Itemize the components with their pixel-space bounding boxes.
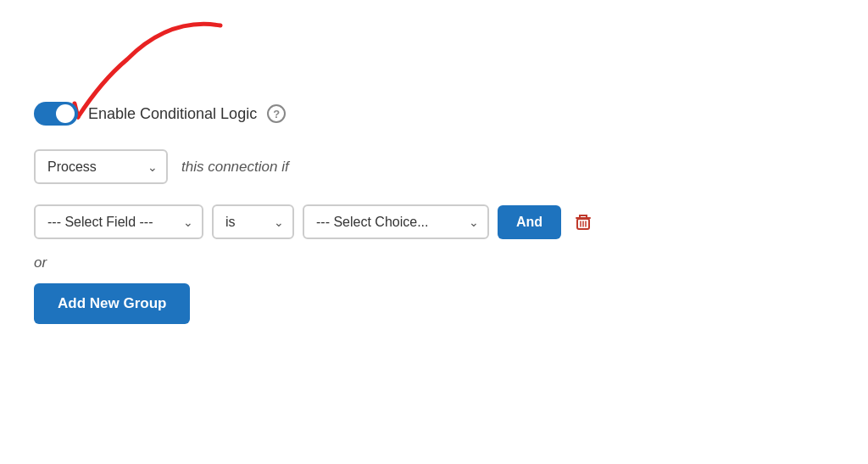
delete-condition-button[interactable] bbox=[570, 209, 597, 236]
enable-conditional-logic-toggle[interactable] bbox=[34, 102, 78, 126]
process-dropdown-wrapper: Process Don't Process ⌄ bbox=[34, 149, 168, 184]
help-icon[interactable]: ? bbox=[267, 104, 286, 123]
add-new-group-button[interactable]: Add New Group bbox=[34, 283, 190, 324]
select-field-dropdown[interactable]: --- Select Field --- bbox=[34, 204, 203, 239]
trash-icon bbox=[573, 212, 593, 232]
select-choice-dropdown[interactable]: --- Select Choice... bbox=[303, 204, 489, 239]
and-button[interactable]: And bbox=[498, 205, 561, 239]
select-field-wrapper: --- Select Field --- ⌄ bbox=[34, 204, 203, 239]
toggle-row: Enable Conditional Logic ? bbox=[34, 102, 834, 126]
process-row: Process Don't Process ⌄ this connection … bbox=[34, 149, 834, 184]
select-is-wrapper: is is not ⌄ bbox=[212, 204, 294, 239]
toggle-label: Enable Conditional Logic bbox=[88, 105, 257, 123]
select-choice-wrapper: --- Select Choice... ⌄ bbox=[303, 204, 489, 239]
condition-row: --- Select Field --- ⌄ is is not ⌄ --- S… bbox=[34, 204, 834, 239]
select-is-dropdown[interactable]: is is not bbox=[212, 204, 294, 239]
connection-text: this connection if bbox=[181, 159, 289, 176]
process-dropdown[interactable]: Process Don't Process bbox=[34, 149, 168, 184]
or-text: or bbox=[34, 254, 834, 271]
